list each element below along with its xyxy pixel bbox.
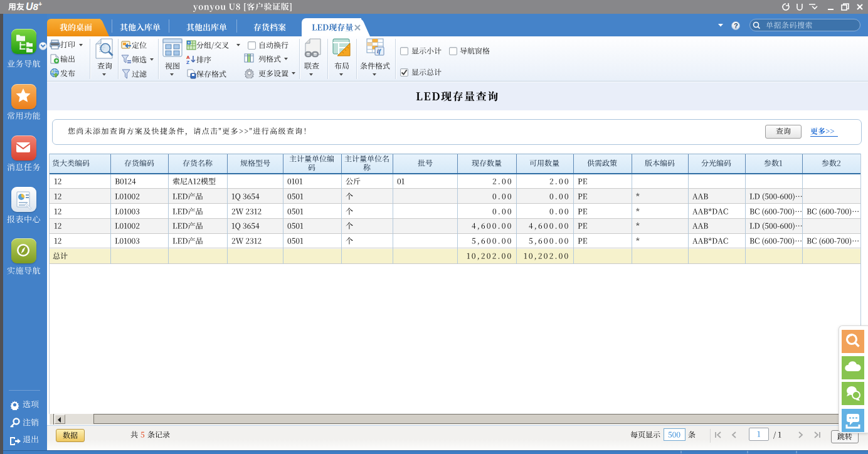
- svg-text:Z: Z: [186, 60, 189, 65]
